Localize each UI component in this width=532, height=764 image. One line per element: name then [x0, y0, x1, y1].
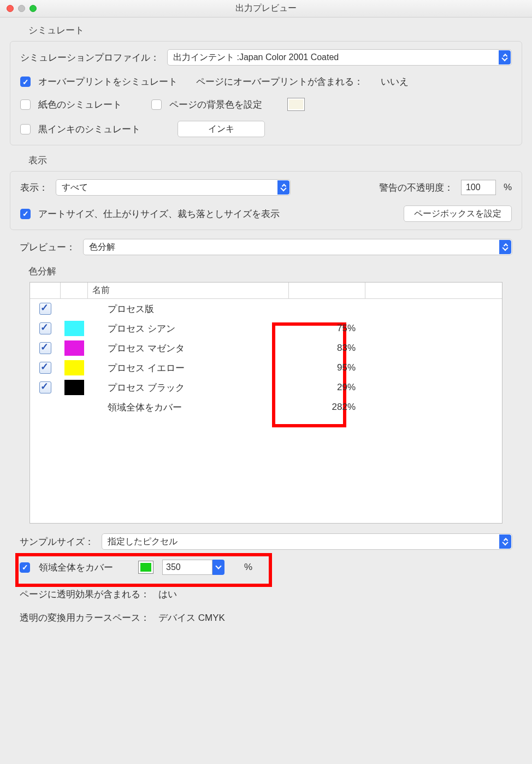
show-value: すべて [56, 179, 291, 196]
separation-row[interactable]: プロセス ブラック 29% [30, 378, 502, 397]
total-coverage-checkbox[interactable] [20, 562, 30, 573]
visibility-toggle[interactable] [39, 322, 51, 334]
separation-name: プロセス シアン [88, 322, 289, 335]
th-color[interactable] [61, 283, 88, 298]
simulate-black-ink-checkbox[interactable] [20, 124, 31, 134]
separation-name: プロセス ブラック [88, 381, 289, 394]
visibility-toggle[interactable] [39, 362, 51, 374]
display-section-label: 表示 [28, 154, 522, 167]
visibility-toggle[interactable] [39, 342, 51, 354]
separations-table-header: 名前 [30, 283, 502, 299]
separation-row[interactable]: プロセス マゼンタ 83% [30, 338, 502, 358]
coverage-dropdown-button[interactable] [212, 560, 224, 575]
total-coverage-label: 領域全体をカバー [39, 561, 113, 574]
warning-opacity-input[interactable]: 100 [461, 180, 496, 195]
separation-value: 83% [289, 343, 365, 354]
separation-value: 75% [289, 323, 365, 334]
set-page-bg-checkbox[interactable] [151, 99, 162, 110]
coverage-threshold-combo[interactable]: 350 [162, 560, 224, 575]
separation-value: 95% [289, 362, 365, 373]
ink-button[interactable]: インキ [178, 121, 265, 137]
separations-table-body: プロセス版 プロセス シアン 75% プロセス マゼンタ 83% [30, 299, 502, 523]
visibility-toggle[interactable] [39, 381, 51, 393]
simulation-profile-value: 出力インテント :Japan Color 2001 Coated [167, 49, 512, 66]
sample-size-value: 指定したピクセル [102, 533, 512, 550]
transparency-contains-value: はい [158, 588, 177, 601]
window-titlebar: 出力プレビュー [0, 0, 532, 17]
color-chip-magenta [64, 340, 84, 356]
th-name[interactable]: 名前 [88, 283, 289, 298]
simulate-overprint-label: オーバープリントをシミュレート [38, 75, 178, 88]
show-label: 表示： [20, 181, 48, 194]
th-value[interactable] [289, 283, 365, 298]
show-art-size-checkbox[interactable] [20, 209, 31, 219]
simulate-group: シミュレーションプロファイル： 出力インテント :Japan Color 200… [10, 41, 522, 145]
preview-value: 色分解 [83, 239, 512, 255]
separation-row[interactable]: 領域全体をカバー 282% [30, 397, 502, 417]
separation-row[interactable]: プロセス イエロー 95% [30, 358, 502, 378]
separation-name: 領域全体をカバー [88, 401, 289, 414]
th-extra[interactable] [365, 283, 502, 298]
page-bg-color-swatch[interactable] [287, 98, 305, 111]
show-select[interactable]: すべて [56, 179, 291, 196]
preview-label: プレビュー： [20, 241, 75, 254]
preview-select[interactable]: 色分解 [83, 239, 512, 255]
separation-name: プロセス イエロー [88, 362, 289, 374]
display-group: 表示： すべて 警告の不透明度： 100 % アートサイズ、仕上がりサイズ、裁ち… [10, 171, 522, 230]
color-chip-cyan [64, 321, 84, 336]
simulation-profile-label: シミュレーションプロファイル： [20, 51, 159, 64]
visibility-toggle[interactable] [39, 303, 51, 315]
separation-name: プロセス版 [88, 303, 289, 315]
sample-size-label: サンプルサイズ： [20, 536, 94, 548]
separation-row[interactable]: プロセス シアン 75% [30, 319, 502, 338]
simulate-overprint-checkbox[interactable] [20, 77, 31, 87]
coverage-color-swatch[interactable] [138, 561, 153, 574]
separation-name: プロセス マゼンタ [88, 342, 289, 355]
warning-opacity-label: 警告の不透明度： [379, 181, 453, 194]
simulate-black-ink-label: 黒インキのシミュレート [38, 123, 140, 136]
simulate-paper-color-label: 紙色のシミュレート [38, 98, 122, 111]
transparency-colorspace-label: 透明の変換用カラースペース： [20, 612, 150, 624]
color-chip-black [64, 380, 84, 395]
sample-size-select[interactable]: 指定したピクセル [102, 533, 512, 550]
separation-value: 29% [289, 382, 365, 393]
simulation-profile-select[interactable]: 出力インテント :Japan Color 2001 Coated [167, 49, 512, 66]
separation-value: 282% [289, 402, 365, 413]
coverage-percent: % [244, 562, 252, 573]
separation-row[interactable]: プロセス版 [30, 299, 502, 319]
th-visibility[interactable] [30, 283, 61, 298]
transparency-contains-label: ページに透明効果が含まれる： [20, 588, 150, 601]
show-art-size-label: アートサイズ、仕上がりサイズ、裁ち落としサイズを表示 [38, 208, 280, 220]
separations-section-label: 色分解 [28, 265, 532, 278]
percent-label: % [504, 182, 512, 193]
set-page-bg-label: ページの背景色を設定 [169, 98, 262, 111]
window-title: 出力プレビュー [0, 3, 532, 14]
simulate-paper-color-checkbox[interactable] [20, 99, 31, 110]
coverage-threshold-input[interactable]: 350 [162, 560, 212, 575]
set-page-box-button[interactable]: ページボックスを設定 [404, 205, 512, 222]
simulate-section-label: シミュレート [28, 24, 522, 37]
transparency-colorspace-value: デバイス CMYK [158, 612, 225, 624]
separations-table: 名前 プロセス版 プロセス シアン 75% プロセス マ [29, 282, 503, 524]
color-chip-yellow [64, 360, 84, 375]
page-has-overprint-label: ページにオーバープリントが含まれる： [196, 75, 363, 88]
page-has-overprint-value: いいえ [381, 75, 409, 88]
